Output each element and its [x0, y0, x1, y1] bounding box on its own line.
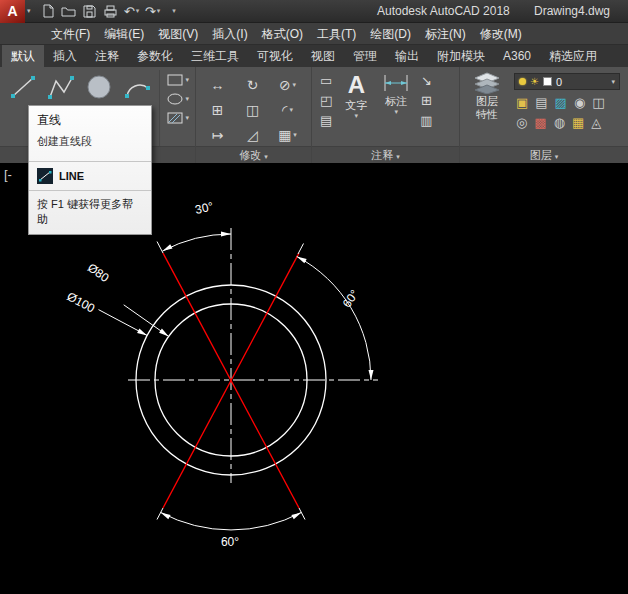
- layer-on-bulb-icon: [519, 78, 526, 85]
- table-tool-icon[interactable]: ⊞: [420, 94, 432, 108]
- line-command-icon: [37, 168, 53, 184]
- undo-button[interactable]: ↶▾: [123, 1, 141, 21]
- menu-view[interactable]: 视图(V): [151, 23, 205, 45]
- menu-modify[interactable]: 修改(M): [473, 23, 529, 45]
- layer-state-3-icon[interactable]: ▨: [555, 95, 567, 110]
- annotate-panel-label[interactable]: 注释▾: [312, 146, 459, 163]
- undo-caret-icon[interactable]: ▾: [136, 7, 140, 15]
- text-tool-caret-icon: ▾: [355, 112, 359, 120]
- fillet-caret-icon: ▾: [289, 106, 293, 114]
- plot-button[interactable]: [102, 1, 120, 21]
- stretch-tool-button[interactable]: ↦: [200, 122, 235, 147]
- fillet-icon: ◜: [282, 102, 287, 118]
- annotate-tool-2-icon[interactable]: ◰: [320, 94, 332, 108]
- copy-tool-button[interactable]: ⊞: [200, 97, 235, 122]
- redo-icon: ↷: [145, 4, 156, 19]
- dimension-bottom-60[interactable]: 60°: [157, 508, 305, 549]
- tab-home[interactable]: 默认: [2, 45, 44, 67]
- ellipse-tool-button[interactable]: ▾: [166, 92, 190, 106]
- viewport-controls[interactable]: [-: [4, 167, 12, 182]
- dimension-tool-button[interactable]: 标注 ▾: [376, 70, 416, 146]
- tab-3d-tools[interactable]: 三维工具: [182, 45, 248, 67]
- tooltip-command: LINE: [59, 170, 84, 182]
- modify-panel-label[interactable]: 修改▾: [196, 146, 311, 163]
- text-tool-label: 文字: [345, 99, 367, 111]
- text-tool-button[interactable]: A 文字 ▾: [336, 70, 376, 146]
- quick-access-toolbar: ↶▾ ↷▾ ▾: [39, 1, 183, 21]
- layer-state-6-icon[interactable]: ◎: [516, 115, 527, 130]
- line-tool-icon: [8, 72, 38, 102]
- layer-select-caret-icon: ▾: [611, 78, 615, 86]
- menu-format[interactable]: 格式(O): [255, 23, 310, 45]
- tab-annotate[interactable]: 注释: [86, 45, 128, 67]
- autocad-logo[interactable]: A: [0, 0, 25, 23]
- menu-dimension[interactable]: 标注(N): [418, 23, 473, 45]
- arc-tool-icon: [122, 72, 152, 102]
- array-tool-button[interactable]: ▦▾: [270, 122, 305, 147]
- layers-panel-label[interactable]: 图层▾: [460, 146, 628, 163]
- text-tool-icon: A: [348, 72, 365, 98]
- leader-tool-icon[interactable]: ↘: [420, 74, 432, 88]
- save-button[interactable]: [81, 1, 99, 21]
- layer-state-4-icon[interactable]: ◉: [574, 95, 585, 110]
- ellipse-tool-caret-icon: ▾: [186, 95, 190, 103]
- markup-tool-icon[interactable]: ▥: [420, 114, 432, 128]
- layer-thaw-sun-icon: ☀: [530, 77, 539, 87]
- open-folder-icon: [61, 5, 76, 17]
- menu-edit[interactable]: 编辑(E): [97, 23, 151, 45]
- dim-label-bottom-angle: 60°: [221, 535, 239, 549]
- layer-state-1-icon[interactable]: ▣: [516, 95, 528, 110]
- logo-caret-icon[interactable]: ▾: [27, 7, 31, 15]
- scale-tool-button[interactable]: ◿: [235, 122, 270, 147]
- move-tool-button[interactable]: ↔: [200, 72, 235, 97]
- tab-visualize[interactable]: 可视化: [248, 45, 302, 67]
- tab-parametric[interactable]: 参数化: [128, 45, 182, 67]
- current-layer-name: 0: [556, 76, 562, 88]
- tab-featured-apps[interactable]: 精选应用: [540, 45, 606, 67]
- layer-state-8-icon[interactable]: ◍: [554, 115, 565, 130]
- tab-view[interactable]: 视图: [302, 45, 344, 67]
- menu-file[interactable]: 文件(F): [44, 23, 97, 45]
- layer-properties-button[interactable]: 图层 特性: [464, 70, 510, 146]
- qat-customize-button[interactable]: ▾: [165, 1, 183, 21]
- hatch-tool-caret-icon: ▾: [186, 114, 190, 122]
- annotate-tool-3-icon[interactable]: ▤: [320, 114, 332, 128]
- layer-state-10-icon[interactable]: ◬: [591, 115, 601, 130]
- dimension-top-30[interactable]: 30°: [157, 199, 231, 253]
- new-file-button[interactable]: [39, 1, 57, 21]
- annotate-panel-label-text: 注释: [371, 149, 393, 161]
- layer-select[interactable]: ☀ 0 ▾: [514, 73, 620, 90]
- menu-tools[interactable]: 工具(T): [310, 23, 363, 45]
- fillet-tool-button[interactable]: ◜▾: [270, 97, 305, 122]
- tab-insert[interactable]: 插入: [44, 45, 86, 67]
- menu-draw[interactable]: 绘图(D): [363, 23, 418, 45]
- mirror-tool-button[interactable]: ◫: [235, 97, 270, 122]
- menu-insert[interactable]: 插入(I): [205, 23, 254, 45]
- hatch-tool-button[interactable]: ▾: [166, 111, 190, 125]
- layer-state-2-icon[interactable]: ▤: [535, 95, 547, 110]
- tooltip-help-text: 按 F1 键获得更多帮助: [29, 191, 151, 234]
- layer-state-7-icon[interactable]: ▩: [534, 115, 546, 130]
- dimension-right-60[interactable]: 60°: [297, 244, 374, 381]
- annotate-panel-caret-icon: ▾: [396, 153, 400, 160]
- annotate-tool-1-icon[interactable]: ▭: [320, 74, 332, 88]
- center-lines[interactable]: [128, 228, 378, 483]
- tab-add-ins[interactable]: 附加模块: [428, 45, 494, 67]
- layer-state-5-icon[interactable]: ◫: [592, 95, 604, 110]
- layer-state-9-icon[interactable]: ▦: [572, 115, 584, 130]
- open-file-button[interactable]: [60, 1, 78, 21]
- tab-output[interactable]: 输出: [386, 45, 428, 67]
- tab-a360[interactable]: A360: [494, 45, 540, 67]
- tab-manage[interactable]: 管理: [344, 45, 386, 67]
- redo-button[interactable]: ↷▾: [144, 1, 162, 21]
- array-icon: ▦: [278, 127, 291, 143]
- panel-layers: 图层 特性 ☀ 0 ▾ ▣ ▤ ▨ ◉ ◫: [460, 67, 628, 163]
- layer-properties-label-2: 特性: [476, 108, 498, 120]
- redo-caret-icon[interactable]: ▾: [157, 7, 161, 15]
- rectangle-tool-button[interactable]: ▾: [166, 73, 190, 87]
- rotate-icon: ↻: [247, 77, 259, 93]
- ribbon-tab-bar: 默认 插入 注释 参数化 三维工具 可视化 视图 管理 输出 附加模块 A360…: [0, 45, 628, 67]
- trim-tool-button[interactable]: ⊘▾: [270, 72, 305, 97]
- rotate-tool-button[interactable]: ↻: [235, 72, 270, 97]
- modify-panel-caret-icon: ▾: [264, 153, 268, 160]
